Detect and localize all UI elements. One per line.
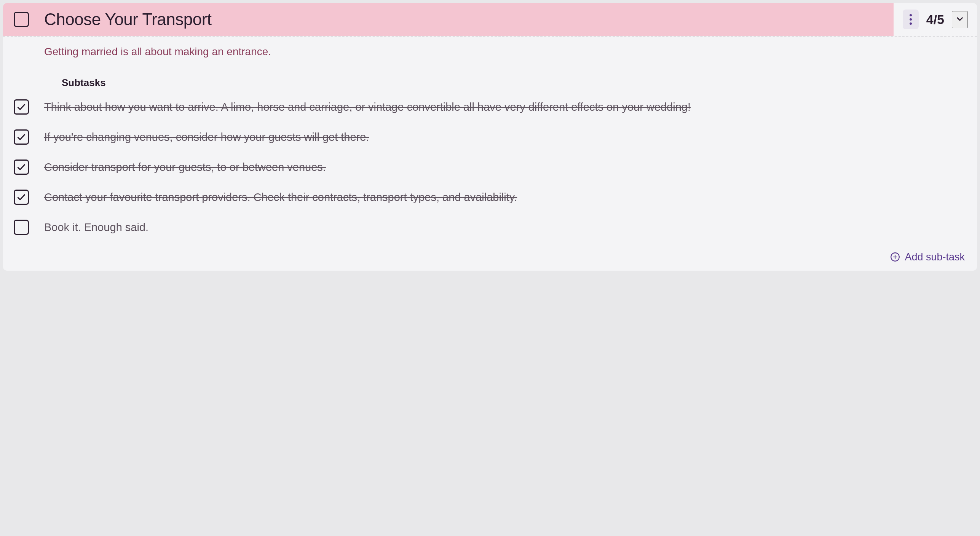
task-header-main: Choose Your Transport (3, 3, 894, 36)
subtask-checkbox[interactable] (14, 160, 29, 175)
progress-counter: 4/5 (926, 12, 944, 27)
checkmark-icon (16, 192, 26, 202)
subtask-checkbox[interactable] (14, 99, 29, 115)
subtask-text: Contact your favourite transport provide… (44, 189, 966, 206)
more-options-button[interactable] (903, 10, 919, 29)
kebab-dot-icon (910, 22, 912, 25)
add-subtask-button[interactable]: Add sub-task (890, 251, 965, 263)
add-subtask-label: Add sub-task (905, 251, 965, 263)
subtask-text: Book it. Enough said. (44, 219, 966, 236)
task-header: Choose Your Transport 4/5 (3, 3, 977, 36)
subtask-row: Think about how you want to arrive. A li… (14, 99, 966, 116)
task-description: Getting married is all about making an e… (44, 46, 966, 58)
task-header-side: 4/5 (894, 3, 977, 36)
subtask-text: Consider transport for your guests, to o… (44, 159, 966, 176)
task-title: Choose Your Transport (44, 10, 212, 29)
subtask-text: If you're changing venues, consider how … (44, 129, 966, 146)
kebab-dot-icon (910, 18, 912, 21)
task-body: Getting married is all about making an e… (3, 37, 977, 271)
checkmark-icon (16, 162, 26, 172)
subtask-row: Consider transport for your guests, to o… (14, 159, 966, 176)
subtask-text: Think about how you want to arrive. A li… (44, 99, 966, 116)
subtask-checkbox[interactable] (14, 220, 29, 235)
add-subtask-row: Add sub-task (14, 251, 966, 263)
task-card: Choose Your Transport 4/5 Getting marrie… (3, 3, 977, 271)
chevron-down-icon (955, 14, 965, 24)
subtask-row: Contact your favourite transport provide… (14, 189, 966, 206)
subtask-row: Book it. Enough said. (14, 219, 966, 236)
checkmark-icon (16, 102, 26, 112)
subtasks-heading: Subtasks (62, 77, 966, 89)
collapse-toggle[interactable] (952, 11, 968, 28)
task-checkbox[interactable] (14, 12, 29, 27)
subtask-row: If you're changing venues, consider how … (14, 129, 966, 146)
subtask-checkbox[interactable] (14, 190, 29, 205)
subtask-checkbox[interactable] (14, 129, 29, 145)
checkmark-icon (16, 132, 26, 142)
plus-circle-icon (890, 252, 900, 262)
kebab-dot-icon (910, 14, 912, 16)
subtasks-list: Think about how you want to arrive. A li… (14, 99, 966, 236)
